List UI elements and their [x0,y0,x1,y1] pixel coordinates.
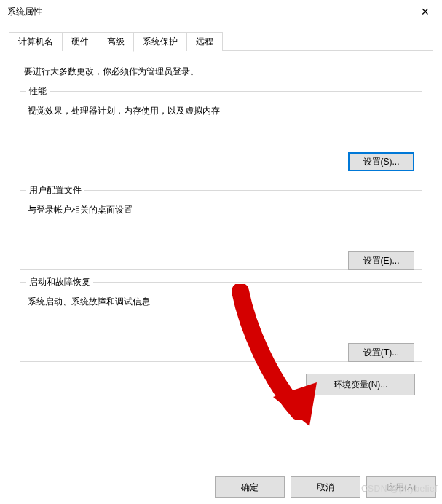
group-startup-desc: 系统启动、系统故障和调试信息 [28,296,414,308]
tab-system-protection[interactable]: 系统保护 [133,32,187,51]
close-button[interactable]: ✕ [409,0,442,23]
group-performance-title: 性能 [26,85,50,98]
cancel-button[interactable]: 取消 [291,476,360,498]
tab-strip: 计算机名 硬件 高级 系统保护 远程 [0,32,442,51]
tab-panel-advanced: 要进行大多数更改，你必须作为管理员登录。 性能 视觉效果，处理器计划，内存使用，… [9,50,433,481]
tab-remote[interactable]: 远程 [186,32,223,51]
group-startup-title: 启动和故障恢复 [26,276,93,288]
tab-hardware[interactable]: 硬件 [62,32,98,51]
apply-button[interactable]: 应用(A) [366,476,436,498]
admin-notice: 要进行大多数更改，你必须作为管理员登录。 [20,66,422,78]
group-user-profiles-desc: 与登录帐户相关的桌面设置 [28,204,414,216]
group-performance-desc: 视觉效果，处理器计划，内存使用，以及虚拟内存 [28,105,414,117]
startup-settings-button[interactable]: 设置(T)... [348,343,414,362]
environment-variables-button[interactable]: 环境变量(N)... [306,374,415,395]
dialog-buttons: 确定 取消 应用(A) [215,476,436,498]
title-bar: 系统属性 ✕ [0,0,442,23]
close-icon: ✕ [421,6,430,17]
group-startup-recovery: 启动和故障恢复 系统启动、系统故障和调试信息 设置(T)... [20,282,422,362]
tab-computer-name[interactable]: 计算机名 [9,32,63,51]
group-user-profiles-title: 用户配置文件 [26,184,84,197]
tab-advanced[interactable]: 高级 [98,32,134,52]
performance-settings-button[interactable]: 设置(S)... [348,152,414,171]
group-performance: 性能 视觉效果，处理器计划，内存使用，以及虚拟内存 设置(S)... [20,91,422,178]
window-title: 系统属性 [7,6,42,18]
user-profiles-settings-button[interactable]: 设置(E)... [348,251,414,270]
ok-button[interactable]: 确定 [215,476,285,498]
group-user-profiles: 用户配置文件 与登录帐户相关的桌面设置 设置(E)... [20,190,422,270]
